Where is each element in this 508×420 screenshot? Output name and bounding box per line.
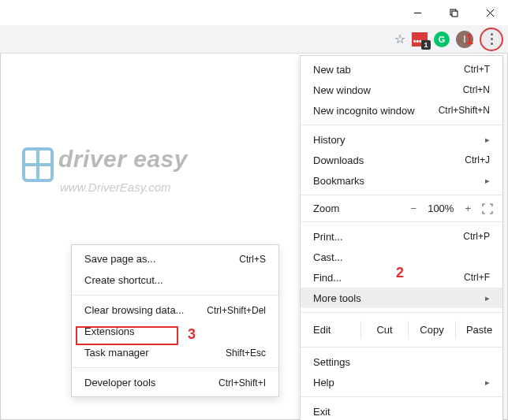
chevron-right-icon: ▸ bbox=[485, 176, 490, 186]
menu-settings[interactable]: Settings bbox=[301, 351, 502, 372]
annotation-3: 3 bbox=[188, 326, 196, 343]
menu-help[interactable]: Help▸ bbox=[301, 372, 502, 392]
submenu-clear-browsing-data[interactable]: Clear browsing data...Ctrl+Shift+Del bbox=[72, 299, 278, 321]
svg-rect-2 bbox=[452, 11, 458, 17]
extension-red-icon[interactable]: ••• 1 bbox=[412, 32, 428, 46]
zoom-in-button[interactable]: + bbox=[465, 203, 471, 214]
close-button[interactable] bbox=[472, 0, 508, 25]
chevron-right-icon: ▸ bbox=[485, 377, 490, 388]
menu-zoom-row: Zoom − 100% + bbox=[301, 199, 502, 217]
menu-new-incognito[interactable]: New incognito windowCtrl+Shift+N bbox=[301, 100, 502, 121]
edit-copy[interactable]: Copy bbox=[408, 321, 455, 339]
maximize-button[interactable] bbox=[435, 0, 472, 25]
menu-new-tab[interactable]: New tabCtrl+T bbox=[301, 59, 502, 80]
edit-paste[interactable]: Paste bbox=[455, 321, 502, 339]
zoom-value: 100% bbox=[428, 203, 454, 214]
menu-print[interactable]: Print...Ctrl+P bbox=[301, 226, 502, 247]
submenu-extensions[interactable]: Extensions bbox=[72, 321, 278, 342]
watermark-url: www.DriverEasy.com bbox=[60, 180, 188, 194]
drivereasy-logo-icon bbox=[22, 147, 54, 182]
zoom-out-button[interactable]: − bbox=[411, 203, 417, 214]
chrome-main-menu: New tabCtrl+T New windowCtrl+N New incog… bbox=[300, 55, 503, 420]
zoom-label: Zoom bbox=[313, 203, 411, 214]
annotation-2: 2 bbox=[396, 265, 404, 281]
chevron-right-icon: ▸ bbox=[485, 293, 490, 303]
extension-green-icon[interactable]: G bbox=[434, 32, 450, 47]
chrome-menu-button[interactable] bbox=[480, 28, 503, 51]
vertical-dots-icon bbox=[491, 33, 493, 45]
menu-downloads[interactable]: DownloadsCtrl+J bbox=[301, 150, 502, 170]
watermark: driver easy www.DriverEasy.com bbox=[22, 146, 188, 194]
menu-new-window[interactable]: New windowCtrl+N bbox=[301, 80, 502, 100]
submenu-task-manager[interactable]: Task managerShift+Esc bbox=[72, 342, 278, 363]
minimize-button[interactable] bbox=[399, 0, 435, 25]
browser-toolbar: ☆ ••• 1 G I bbox=[0, 25, 508, 54]
menu-more-tools[interactable]: More tools▸ bbox=[301, 288, 502, 308]
edit-label: Edit bbox=[313, 324, 360, 336]
extension-badge: 1 bbox=[421, 40, 431, 50]
fullscreen-icon[interactable] bbox=[482, 203, 493, 214]
annotation-1: 1 bbox=[465, 32, 473, 48]
submenu-developer-tools[interactable]: Developer toolsCtrl+Shift+I bbox=[72, 372, 278, 393]
menu-exit[interactable]: Exit bbox=[301, 401, 502, 420]
submenu-save-page[interactable]: Save page as...Ctrl+S bbox=[72, 248, 278, 269]
more-tools-submenu: Save page as...Ctrl+S Create shortcut...… bbox=[71, 244, 279, 397]
bookmark-star-icon[interactable]: ☆ bbox=[394, 32, 405, 46]
window-titlebar bbox=[0, 0, 508, 25]
menu-bookmarks[interactable]: Bookmarks▸ bbox=[301, 170, 502, 191]
menu-edit-row: Edit Cut Copy Paste bbox=[301, 317, 502, 343]
watermark-brand: driver easy bbox=[58, 146, 188, 172]
edit-cut[interactable]: Cut bbox=[360, 321, 408, 339]
menu-history[interactable]: History▸ bbox=[301, 129, 502, 150]
submenu-create-shortcut[interactable]: Create shortcut... bbox=[72, 269, 278, 291]
chevron-right-icon: ▸ bbox=[485, 135, 490, 145]
